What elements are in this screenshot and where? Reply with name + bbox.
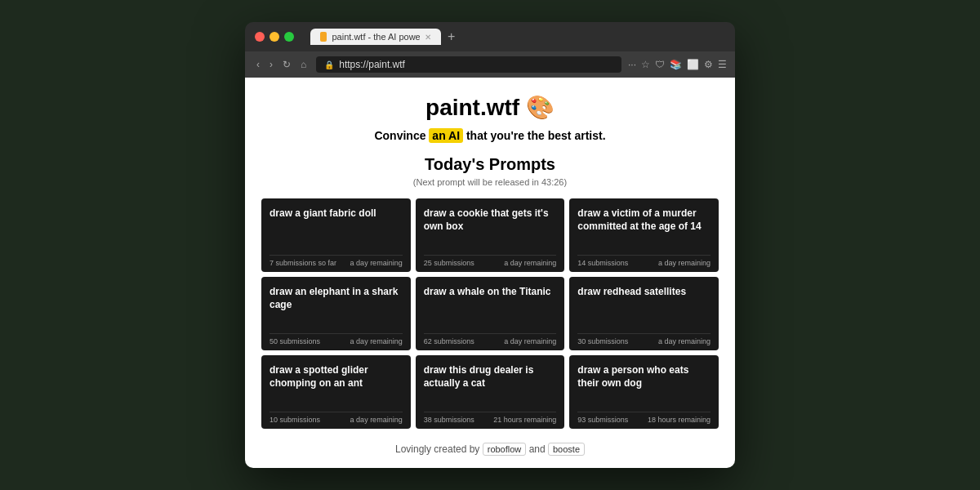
prompt-card[interactable]: draw a person who eats their own dog93 s… — [569, 355, 719, 429]
prompt-submissions: 50 submissions — [270, 337, 320, 345]
hamburger-icon[interactable]: ☰ — [718, 59, 727, 70]
nav-buttons: ‹ › ↻ ⌂ — [253, 57, 310, 72]
prompt-remaining: a day remaining — [658, 337, 710, 345]
prompt-title: draw a victim of a murder committed at t… — [577, 207, 710, 250]
prompt-meta: 10 submissionsa day remaining — [270, 412, 403, 424]
back-button[interactable]: ‹ — [253, 57, 263, 72]
address-bar[interactable]: 🔒 https://paint.wtf — [316, 56, 621, 73]
prompt-meta: 25 submissionsa day remaining — [424, 255, 557, 267]
prompt-submissions: 25 submissions — [424, 259, 474, 267]
footer-link-booste[interactable]: booste — [548, 443, 585, 456]
prompt-title: draw this drug dealer is actually a cat — [424, 363, 557, 407]
prompt-meta: 38 submissions21 hours remaining — [424, 412, 557, 424]
prompt-submissions: 30 submissions — [577, 337, 628, 345]
prompt-remaining: 21 hours remaining — [493, 416, 556, 424]
lock-icon: 🔒 — [324, 60, 334, 69]
home-button[interactable]: ⌂ — [297, 57, 310, 72]
prompt-meta: 62 submissionsa day remaining — [424, 333, 557, 345]
prompt-title: draw a giant fabric doll — [270, 207, 403, 250]
prompt-remaining: a day remaining — [350, 337, 403, 345]
prompt-submissions: 38 submissions — [424, 416, 474, 424]
prompt-card[interactable]: draw a whale on the Titanic62 submission… — [416, 277, 565, 350]
prompt-submissions: 10 submissions — [270, 416, 320, 424]
prompt-meta: 14 submissionsa day remaining — [577, 255, 710, 267]
prompts-grid: draw a giant fabric doll7 submissions so… — [261, 198, 719, 429]
menu-dots-icon[interactable]: ··· — [628, 59, 636, 70]
prompt-remaining: a day remaining — [504, 337, 556, 345]
active-tab[interactable]: paint.wtf - the AI powered dro... ✕ — [310, 29, 441, 45]
prompt-submissions: 7 submissions so far — [270, 259, 336, 267]
bookmark-icon[interactable]: ☆ — [641, 59, 650, 70]
prompt-submissions: 62 submissions — [424, 337, 474, 345]
prompt-card[interactable]: draw an elephant in a shark cage50 submi… — [261, 277, 411, 350]
prompt-submissions: 93 submissions — [577, 416, 628, 424]
footer-link-roboflow[interactable]: roboflow — [483, 443, 527, 456]
tagline: Convince an AI that you're the best arti… — [261, 129, 719, 142]
footer-text: Lovingly created by — [395, 443, 479, 455]
prompt-title: draw an elephant in a shark cage — [270, 285, 403, 328]
prompt-meta: 30 submissionsa day remaining — [577, 333, 710, 345]
prompt-meta: 93 submissions18 hours remaining — [577, 412, 710, 424]
tab-close-icon[interactable]: ✕ — [425, 33, 431, 42]
tab-title: paint.wtf - the AI powered dro... — [332, 32, 420, 42]
prompt-remaining: a day remaining — [658, 259, 710, 267]
browser-window: paint.wtf - the AI powered dro... ✕ + ‹ … — [245, 22, 735, 468]
tab-bar: paint.wtf - the AI powered dro... ✕ + — [310, 29, 458, 45]
url-text: https://paint.wtf — [339, 59, 405, 70]
page-content: paint.wtf 🎨 Convince an AI that you're t… — [245, 78, 735, 468]
prompt-card[interactable]: draw a victim of a murder committed at t… — [569, 198, 719, 272]
forward-button[interactable]: › — [266, 57, 276, 72]
tagline-suffix: that you're the best artist. — [463, 129, 605, 142]
prompt-title: draw a person who eats their own dog — [577, 363, 710, 407]
address-bar-row: ‹ › ↻ ⌂ 🔒 https://paint.wtf ··· ☆ 🛡 📚 ⬜ … — [245, 51, 735, 78]
prompt-title: draw a spotted glider chomping on an ant — [270, 363, 403, 407]
prompt-meta: 7 submissions so fara day remaining — [270, 255, 403, 267]
titlebar: paint.wtf - the AI powered dro... ✕ + — [245, 22, 735, 51]
prompt-card[interactable]: draw a spotted glider chomping on an ant… — [261, 355, 411, 429]
next-prompt-text: (Next prompt will be released in 43:26) — [261, 177, 719, 187]
site-title: paint.wtf 🎨 — [261, 94, 719, 121]
reload-button[interactable]: ↻ — [279, 57, 294, 72]
library-icon[interactable]: 📚 — [670, 59, 682, 70]
prompt-card[interactable]: draw a giant fabric doll7 submissions so… — [261, 198, 411, 272]
prompt-remaining: a day remaining — [350, 259, 403, 267]
footer-and: and — [529, 443, 548, 455]
prompt-meta: 50 submissionsa day remaining — [270, 333, 403, 345]
prompt-title: draw a whale on the Titanic — [424, 285, 557, 328]
close-button[interactable] — [255, 32, 265, 42]
tab-favicon — [320, 32, 327, 42]
new-tab-button[interactable]: + — [444, 29, 458, 44]
prompt-card[interactable]: draw a cookie that gets it's own box25 s… — [416, 198, 565, 272]
footer: Lovingly created by roboflow and booste — [261, 440, 719, 455]
prompt-remaining: a day remaining — [504, 259, 556, 267]
prompt-title: draw a cookie that gets it's own box — [424, 207, 557, 250]
minimize-button[interactable] — [270, 32, 279, 42]
prompt-submissions: 14 submissions — [577, 259, 628, 267]
section-title: Today's Prompts — [261, 155, 719, 174]
maximize-button[interactable] — [284, 32, 294, 42]
prompt-remaining: 18 hours remaining — [648, 416, 710, 424]
tagline-prefix: Convince — [374, 129, 429, 142]
toolbar-icons: ··· ☆ 🛡 📚 ⬜ ⚙ ☰ — [628, 59, 727, 70]
tagline-highlight: an AI — [429, 128, 463, 143]
screenshot-icon[interactable]: ⬜ — [687, 59, 699, 70]
settings-icon[interactable]: ⚙ — [704, 59, 713, 70]
prompt-card[interactable]: draw redhead satellites30 submissionsa d… — [569, 277, 719, 350]
prompt-remaining: a day remaining — [350, 416, 403, 424]
prompt-title: draw redhead satellites — [577, 285, 710, 328]
traffic-lights — [255, 32, 294, 42]
prompt-card[interactable]: draw this drug dealer is actually a cat3… — [416, 355, 565, 429]
shield-icon[interactable]: 🛡 — [655, 59, 665, 70]
